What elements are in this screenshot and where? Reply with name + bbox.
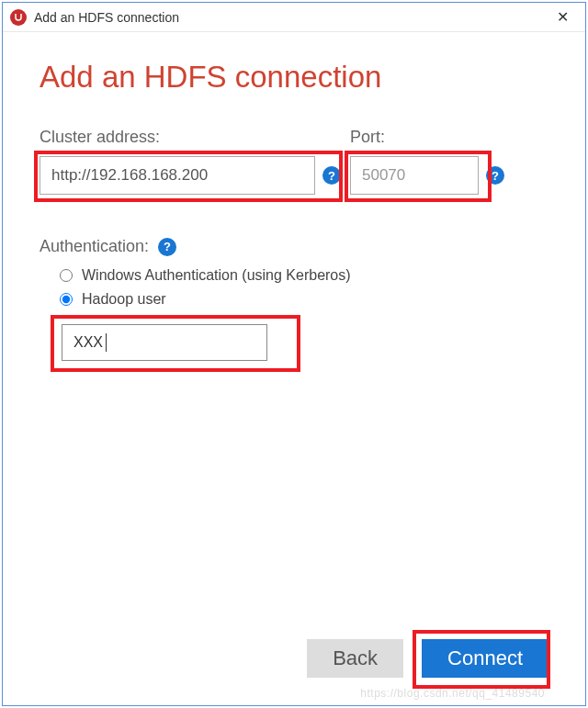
port-input[interactable] bbox=[350, 156, 479, 195]
close-icon[interactable]: ✕ bbox=[548, 5, 578, 29]
cluster-address-input[interactable] bbox=[40, 156, 315, 195]
hadoop-user-radio[interactable] bbox=[60, 293, 73, 306]
windows-auth-label[interactable]: Windows Authentication (using Kerberos) bbox=[82, 267, 351, 284]
dialog-content: Add an HDFS connection Cluster address: … bbox=[3, 32, 585, 379]
port-label: Port: bbox=[350, 128, 504, 147]
cluster-address-label: Cluster address: bbox=[40, 128, 341, 147]
help-icon[interactable]: ? bbox=[486, 166, 504, 185]
window-title: Add an HDFS connection bbox=[34, 10, 548, 25]
authentication-label: Authentication: bbox=[40, 237, 149, 256]
help-icon[interactable]: ? bbox=[322, 166, 341, 185]
titlebar: Add an HDFS connection ✕ bbox=[3, 3, 585, 32]
hadoop-user-input[interactable] bbox=[62, 324, 267, 361]
windows-auth-radio[interactable] bbox=[60, 269, 73, 282]
help-icon[interactable]: ? bbox=[158, 238, 176, 256]
dialog-window: Add an HDFS connection ✕ Add an HDFS con… bbox=[2, 2, 586, 706]
app-icon bbox=[10, 9, 27, 26]
text-cursor bbox=[106, 333, 107, 352]
back-button[interactable]: Back bbox=[307, 639, 403, 678]
page-title: Add an HDFS connection bbox=[40, 60, 548, 95]
hadoop-user-label[interactable]: Hadoop user bbox=[82, 291, 166, 308]
watermark: https://blog.csdn.net/qq_41489540 bbox=[360, 687, 545, 700]
connect-button[interactable]: Connect bbox=[422, 639, 548, 678]
